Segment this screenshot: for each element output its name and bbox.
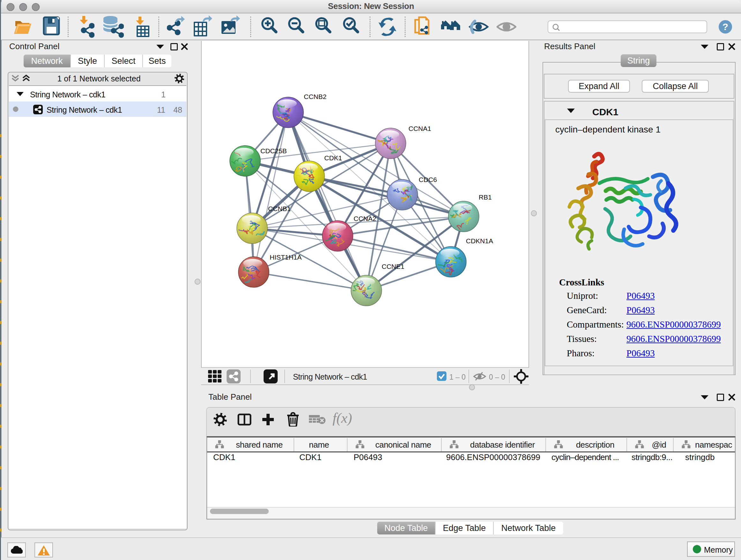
svg-text:CCNA1: CCNA1	[408, 125, 431, 132]
svg-text:CCNE1: CCNE1	[382, 263, 404, 270]
svg-text:HIST1H1A: HIST1H1A	[270, 253, 301, 261]
svg-text:CDC25B: CDC25B	[260, 147, 287, 154]
svg-text:CDK1: CDK1	[324, 154, 342, 162]
svg-text:CCNB2: CCNB2	[304, 93, 327, 100]
svg-text:CCNA2: CCNA2	[354, 215, 376, 222]
svg-text:RB1: RB1	[479, 193, 492, 201]
svg-text:CCNB1: CCNB1	[268, 205, 291, 212]
svg-text:CDKN1A: CDKN1A	[466, 237, 493, 245]
svg-text:CDC6: CDC6	[419, 176, 437, 183]
